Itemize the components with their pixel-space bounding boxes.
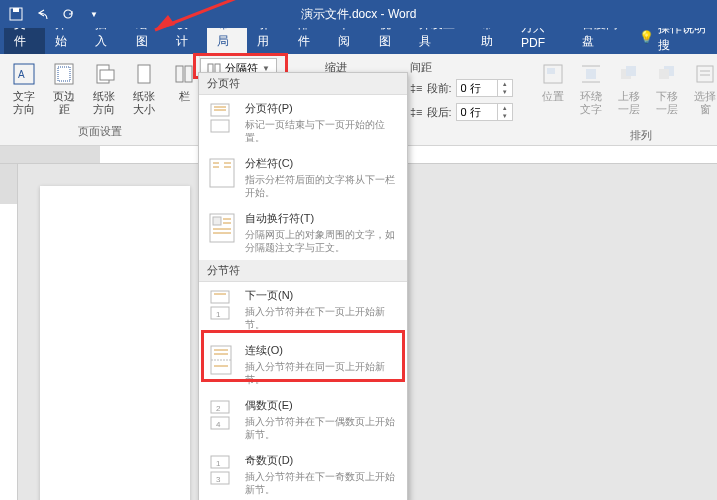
position-icon — [539, 60, 567, 88]
spacing-before-row: ‡≡ 段前: ▲▼ — [410, 77, 513, 99]
window-title: 演示文件.docx - Word — [301, 6, 417, 23]
svg-rect-43 — [211, 291, 229, 303]
svg-rect-10 — [100, 70, 114, 80]
even-page-icon: 24 — [207, 398, 237, 432]
columns-icon — [170, 60, 198, 88]
svg-rect-13 — [185, 66, 192, 82]
spin-down-icon[interactable]: ▼ — [498, 112, 512, 120]
spacing-label: 间距 — [410, 60, 513, 75]
spacing-before-icon: ‡≡ — [410, 82, 423, 94]
group-label-page-setup: 页面设置 — [6, 122, 193, 141]
undo-icon[interactable] — [34, 6, 50, 22]
menu-item-page-break[interactable]: 分页符(P) 标记一页结束与下一页开始的位置。 — [199, 95, 407, 150]
spacing-after-row: ‡≡ 段后: ▲▼ — [410, 101, 513, 123]
spin-up-icon[interactable]: ▲ — [498, 80, 512, 88]
menu-item-odd-page[interactable]: 13 奇数页(D) 插入分节符并在下一奇数页上开始新节。 — [199, 447, 407, 500]
position-button[interactable]: 位置 — [535, 58, 571, 118]
send-backward-button[interactable]: 下移一层 — [649, 58, 685, 118]
redo-icon[interactable] — [60, 6, 76, 22]
wrap-text-button[interactable]: 环绕文字 — [573, 58, 609, 118]
qat-dropdown-icon[interactable]: ▼ — [86, 6, 102, 22]
odd-page-icon: 13 — [207, 453, 237, 487]
svg-rect-18 — [586, 69, 596, 79]
svg-text:1: 1 — [216, 459, 221, 468]
wrap-icon — [577, 60, 605, 88]
columns-button[interactable]: 栏 — [166, 58, 202, 105]
size-icon — [130, 60, 158, 88]
menu-item-next-page[interactable]: 1 下一页(N) 插入分节符并在下一页上开始新节。 — [199, 282, 407, 337]
spacing-before-input[interactable]: ▲▼ — [456, 79, 513, 97]
orientation-button[interactable]: 纸张方向 — [86, 58, 122, 118]
menu-item-continuous[interactable]: 连续(O) 插入分节符并在同一页上开始新节。 — [199, 337, 407, 392]
svg-rect-24 — [659, 69, 669, 79]
selection-pane-button[interactable]: 选择窗 — [687, 58, 717, 118]
spin-up-icon[interactable]: ▲ — [498, 104, 512, 112]
group-label-arrange: 排列 — [630, 128, 652, 143]
svg-text:A: A — [18, 69, 25, 80]
breaks-dropdown: 分页符 分页符(P) 标记一页结束与下一页开始的位置。 分栏符(C) 指示分栏符… — [198, 72, 408, 500]
forward-icon — [615, 60, 643, 88]
ribbon-tabs: 文件 开始 插入 绘图 设计 布局 引用 邮件 审阅 视图 开发工具 帮助 万兴… — [0, 28, 717, 54]
svg-text:2: 2 — [216, 404, 221, 413]
orientation-icon — [90, 60, 118, 88]
selection-icon — [691, 60, 717, 88]
margins-button[interactable]: 页边距 — [46, 58, 82, 118]
page-break-icon — [207, 101, 237, 135]
text-wrap-icon — [207, 211, 237, 245]
margins-icon — [50, 60, 78, 88]
svg-text:3: 3 — [216, 475, 221, 484]
text-direction-icon: A — [10, 60, 38, 88]
svg-text:1: 1 — [216, 310, 221, 319]
vertical-ruler[interactable] — [0, 164, 18, 500]
size-button[interactable]: 纸张大小 — [126, 58, 162, 118]
svg-rect-17 — [547, 68, 555, 74]
dropdown-section-page-breaks: 分页符 — [199, 73, 407, 95]
svg-rect-11 — [138, 65, 150, 83]
continuous-icon — [207, 343, 237, 377]
backward-icon — [653, 60, 681, 88]
svg-rect-22 — [626, 66, 636, 76]
svg-rect-29 — [211, 120, 229, 132]
dropdown-section-section-breaks: 分节符 — [199, 260, 407, 282]
menu-item-text-wrapping[interactable]: 自动换行符(T) 分隔网页上的对象周围的文字，如分隔题注文字与正文。 — [199, 205, 407, 260]
save-icon[interactable] — [8, 6, 24, 22]
next-page-icon: 1 — [207, 288, 237, 322]
svg-text:4: 4 — [216, 420, 221, 429]
svg-rect-25 — [697, 66, 713, 82]
svg-rect-1 — [13, 8, 19, 12]
bring-forward-button[interactable]: 上移一层 — [611, 58, 647, 118]
text-direction-button[interactable]: A 文字方向 — [6, 58, 42, 118]
lightbulb-icon: 💡 — [639, 30, 654, 44]
document-page[interactable] — [40, 186, 190, 500]
spacing-after-icon: ‡≡ — [410, 106, 423, 118]
svg-rect-38 — [213, 217, 221, 225]
svg-rect-12 — [176, 66, 183, 82]
quick-access-toolbar: ▼ — [8, 6, 102, 22]
group-page-setup: A 文字方向 页边距 纸张方向 纸张大小 栏 页面设置 — [0, 54, 200, 145]
menu-item-even-page[interactable]: 24 偶数页(E) 插入分节符并在下一偶数页上开始新节。 — [199, 392, 407, 447]
spacing-after-input[interactable]: ▲▼ — [456, 103, 513, 121]
title-bar: ▼ 演示文件.docx - Word — [0, 0, 717, 28]
column-break-icon — [207, 156, 237, 190]
spin-down-icon[interactable]: ▼ — [498, 88, 512, 96]
menu-item-column-break[interactable]: 分栏符(C) 指示分栏符后面的文字将从下一栏开始。 — [199, 150, 407, 205]
